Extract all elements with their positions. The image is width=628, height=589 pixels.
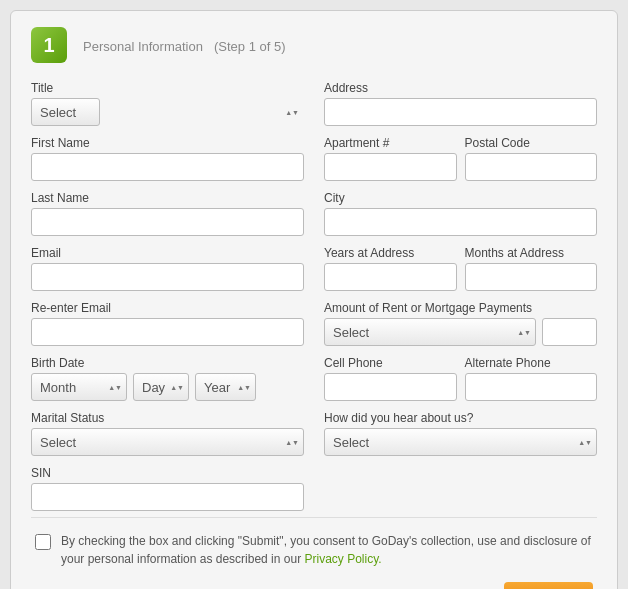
re-enter-email-field-group: Re-enter Email (31, 301, 304, 346)
rent-select-wrapper: Select Rent Mortgage Own outright Live w… (324, 318, 536, 346)
last-name-input[interactable] (31, 208, 304, 236)
form-header: 1 Personal Information (Step 1 of 5) (31, 27, 597, 63)
last-name-field-group: Last Name (31, 191, 304, 236)
re-enter-email-input[interactable] (31, 318, 304, 346)
step-badge: 1 (31, 27, 67, 63)
birth-year-select[interactable]: Year 200019991998 199019851980 (195, 373, 256, 401)
footer-row: NEXT > (31, 582, 597, 589)
postal-code-label: Postal Code (465, 136, 598, 150)
cell-phone-field-group: Cell Phone (324, 356, 457, 401)
how-did-you-hear-select-wrapper: Select Google Facebook TV Radio Friend (324, 428, 597, 456)
address-label: Address (324, 81, 597, 95)
birth-date-field-group: Birth Date Month JanuaryFebruaryMarch Ap… (31, 356, 304, 401)
title-select[interactable]: Select Mr. Mrs. Ms. Dr. (31, 98, 100, 126)
sin-input[interactable] (31, 483, 304, 511)
cell-phone-label: Cell Phone (324, 356, 457, 370)
how-did-you-hear-select[interactable]: Select Google Facebook TV Radio Friend (324, 428, 597, 456)
birth-date-label: Birth Date (31, 356, 304, 370)
alternate-phone-input[interactable] (465, 373, 598, 401)
form-body: Title Select Mr. Mrs. Ms. Dr. First Name (31, 81, 597, 511)
first-name-field-group: First Name (31, 136, 304, 181)
years-at-address-label: Years at Address (324, 246, 457, 260)
birth-date-row: Month JanuaryFebruaryMarch AprilMayJune … (31, 373, 304, 401)
alternate-phone-field-group: Alternate Phone (465, 356, 598, 401)
consent-row: By checking the box and clicking "Submit… (31, 532, 597, 568)
consent-text: By checking the box and clicking "Submit… (61, 532, 593, 568)
city-label: City (324, 191, 597, 205)
next-button[interactable]: NEXT > (504, 582, 593, 589)
form-container: 1 Personal Information (Step 1 of 5) Tit… (10, 10, 618, 589)
marital-status-label: Marital Status (31, 411, 304, 425)
months-at-address-label: Months at Address (465, 246, 598, 260)
email-label: Email (31, 246, 304, 260)
right-column: Address Apartment # Postal Code City (324, 81, 597, 511)
how-did-you-hear-label: How did you hear about us? (324, 411, 597, 425)
how-did-you-hear-field-group: How did you hear about us? Select Google… (324, 411, 597, 456)
left-column: Title Select Mr. Mrs. Ms. Dr. First Name (31, 81, 304, 511)
title-label: Title (31, 81, 304, 95)
first-name-input[interactable] (31, 153, 304, 181)
email-field-group: Email (31, 246, 304, 291)
apartment-label: Apartment # (324, 136, 457, 150)
cell-phone-input[interactable] (324, 373, 457, 401)
title-field-group: Title Select Mr. Mrs. Ms. Dr. (31, 81, 304, 126)
city-field-group: City (324, 191, 597, 236)
rent-select[interactable]: Select Rent Mortgage Own outright Live w… (324, 318, 536, 346)
address-input[interactable] (324, 98, 597, 126)
months-at-address-input[interactable] (465, 263, 598, 291)
apt-postal-row: Apartment # Postal Code (324, 136, 597, 181)
rent-mortgage-field-group: Amount of Rent or Mortgage Payments Sele… (324, 301, 597, 346)
postal-code-input[interactable] (465, 153, 598, 181)
consent-checkbox[interactable] (35, 534, 51, 550)
apartment-field-group: Apartment # (324, 136, 457, 181)
email-input[interactable] (31, 263, 304, 291)
birth-day-select[interactable]: Day 1234 5678 910 (133, 373, 189, 401)
years-at-address-input[interactable] (324, 263, 457, 291)
page-title: Personal Information (Step 1 of 5) (77, 35, 286, 56)
years-at-address-field-group: Years at Address (324, 246, 457, 291)
apartment-input[interactable] (324, 153, 457, 181)
rent-amount-input[interactable] (542, 318, 597, 346)
phones-row: Cell Phone Alternate Phone (324, 356, 597, 401)
alternate-phone-label: Alternate Phone (465, 356, 598, 370)
birth-year-wrapper: Year 200019991998 199019851980 (195, 373, 256, 401)
marital-status-select-wrapper: Select Single Married Divorced Widowed (31, 428, 304, 456)
address-field-group: Address (324, 81, 597, 126)
city-input[interactable] (324, 208, 597, 236)
first-name-label: First Name (31, 136, 304, 150)
rent-mortgage-label: Amount of Rent or Mortgage Payments (324, 301, 597, 315)
sin-label: SIN (31, 466, 304, 480)
birth-month-select[interactable]: Month JanuaryFebruaryMarch AprilMayJune … (31, 373, 127, 401)
title-select-wrapper: Select Mr. Mrs. Ms. Dr. (31, 98, 304, 126)
birth-day-wrapper: Day 1234 5678 910 (133, 373, 189, 401)
last-name-label: Last Name (31, 191, 304, 205)
marital-status-select[interactable]: Select Single Married Divorced Widowed (31, 428, 304, 456)
sin-field-group: SIN (31, 466, 304, 511)
re-enter-email-label: Re-enter Email (31, 301, 304, 315)
divider (31, 517, 597, 518)
step-label: (Step 1 of 5) (214, 39, 286, 54)
title-text: Personal Information (83, 39, 203, 54)
privacy-policy-link[interactable]: Privacy Policy. (304, 552, 381, 566)
marital-status-field-group: Marital Status Select Single Married Div… (31, 411, 304, 456)
rent-row: Select Rent Mortgage Own outright Live w… (324, 318, 597, 346)
postal-code-field-group: Postal Code (465, 136, 598, 181)
months-at-address-field-group: Months at Address (465, 246, 598, 291)
birth-month-wrapper: Month JanuaryFebruaryMarch AprilMayJune … (31, 373, 127, 401)
years-months-row: Years at Address Months at Address (324, 246, 597, 291)
